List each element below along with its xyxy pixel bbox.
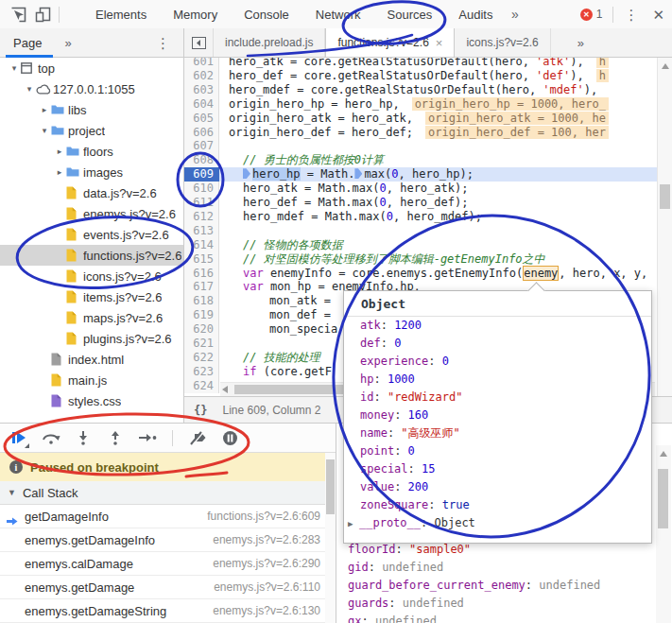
gutter-line-605[interactable]: 605 bbox=[184, 112, 219, 126]
panel-tab-audits[interactable]: Audits bbox=[457, 2, 494, 27]
gutter-line-612[interactable]: 612 bbox=[184, 210, 219, 224]
tree-item-top[interactable]: ▾top bbox=[0, 58, 183, 78]
panel-tabs-overflow-icon[interactable]: » bbox=[511, 7, 519, 22]
tree-item-plugins-js-v-2-6[interactable]: plugins.js?v=2.6 bbox=[0, 328, 183, 349]
gutter-line-603[interactable]: 603 bbox=[184, 83, 219, 97]
code-segment: 0 bbox=[380, 196, 387, 209]
continue-to-location-marker[interactable] bbox=[243, 168, 250, 179]
scrollbar-thumb[interactable] bbox=[326, 459, 335, 514]
editor-tab-include-preload-js[interactable]: include.preload.js bbox=[214, 28, 325, 57]
gutter-line-601[interactable]: 601 bbox=[184, 58, 219, 69]
tree-item-floors[interactable]: ▸floors bbox=[0, 141, 183, 162]
call-stack-frame-enemys-getdamageinfo[interactable]: enemys.getDamageInfoenemys.js?v=2.6:283 bbox=[0, 528, 336, 552]
tree-item-maps-js-v-2-6[interactable]: maps.js?v=2.6 bbox=[0, 307, 183, 328]
gutter-line-608[interactable]: 608 bbox=[184, 153, 219, 167]
tree-item-127-0-0-1-1055[interactable]: ▾127.0.0.1:1055 bbox=[0, 78, 183, 99]
cloud-icon bbox=[36, 84, 51, 95]
chevron-right-icon[interactable]: ▸ bbox=[38, 105, 51, 114]
gutter-line-619[interactable]: 619 bbox=[184, 308, 219, 322]
navigator-tabs-overflow-icon[interactable]: » bbox=[64, 36, 71, 50]
gutter-line-604[interactable]: 604 bbox=[184, 97, 219, 112]
call-stack-frame-getdamageinfo[interactable]: getDamageInfofunctions.js?v=2.6:609 bbox=[0, 505, 336, 528]
tree-item-styles-css[interactable]: styles.css bbox=[0, 390, 183, 411]
scroll-left-icon[interactable] bbox=[222, 386, 228, 393]
callstack-scrollbar[interactable] bbox=[325, 453, 336, 623]
tree-item-main-js[interactable]: main.js bbox=[0, 370, 183, 390]
gutter-line-617[interactable]: 617 bbox=[184, 280, 219, 294]
scrollbar-thumb[interactable] bbox=[658, 469, 668, 528]
tree-item-items-js-v-2-6[interactable]: items.js?v=2.6 bbox=[0, 286, 183, 307]
inspect-element-icon[interactable] bbox=[6, 4, 30, 25]
gutter-line-618[interactable]: 618 bbox=[184, 294, 219, 308]
navigator-menu-icon[interactable]: ⋮ bbox=[156, 36, 170, 50]
prop-name: point bbox=[360, 444, 394, 458]
scroll-up-icon[interactable] bbox=[662, 63, 669, 69]
scope-scrollbar[interactable] bbox=[656, 445, 671, 623]
error-count-badge[interactable]: ✕ 1 bbox=[580, 8, 603, 21]
tree-item-images[interactable]: ▸images bbox=[0, 162, 183, 182]
panel-tab-network[interactable]: Network bbox=[314, 2, 363, 27]
devtools-close-icon[interactable]: ✕ bbox=[652, 8, 664, 22]
step-button[interactable] bbox=[136, 427, 159, 448]
panel-tab-console[interactable]: Console bbox=[242, 2, 291, 27]
call-stack-frame-enemys-caldamage[interactable]: enemys.calDamageenemys.js?v=2.6:290 bbox=[0, 552, 336, 576]
chevron-down-icon[interactable]: ▾ bbox=[23, 84, 36, 94]
editor-tab-functions-js-v-2-6[interactable]: functions.js?v=2.6× bbox=[325, 28, 455, 57]
panel-tab-memory[interactable]: Memory bbox=[171, 2, 219, 27]
resume-button[interactable] bbox=[8, 427, 30, 448]
scrollbar-thumb[interactable] bbox=[660, 184, 670, 209]
devtools-menu-icon[interactable]: ⋮ bbox=[624, 8, 638, 22]
editor-vertical-scrollbar[interactable] bbox=[657, 58, 672, 396]
step-out-button[interactable] bbox=[104, 427, 127, 448]
tree-item-project[interactable]: ▾project bbox=[0, 120, 183, 141]
step-into-button[interactable] bbox=[72, 427, 95, 448]
gutter-line-623[interactable]: 623 bbox=[184, 365, 219, 379]
pretty-print-icon[interactable]: {} bbox=[194, 404, 207, 417]
call-stack-frame-enemys-getdamagestring[interactable]: enemys.getDamageStringenemys.js?v=2.6:13… bbox=[0, 599, 336, 623]
gutter-line-624[interactable]: 624 bbox=[184, 379, 219, 393]
popup-prop-proto[interactable]: ▶__proto__: Object bbox=[344, 514, 651, 533]
expand-triangle-icon[interactable]: ▶ bbox=[348, 515, 359, 533]
chevron-right-icon[interactable]: ▸ bbox=[53, 147, 66, 156]
pause-on-exceptions-button[interactable] bbox=[218, 427, 241, 448]
gutter-line-620[interactable]: 620 bbox=[184, 322, 219, 337]
hide-navigator-icon[interactable] bbox=[184, 28, 214, 57]
tree-item-functions-js-v-2-6[interactable]: functions.js?v=2.6 bbox=[0, 245, 183, 266]
call-stack-header[interactable]: ▼ Call Stack bbox=[0, 481, 336, 505]
hovered-variable-enemy[interactable]: enemy bbox=[523, 266, 559, 281]
code-line-616: var enemyInfo = core.enemys.getEnemyInfo… bbox=[219, 267, 672, 281]
gutter-line-609[interactable]: 609 bbox=[184, 167, 219, 182]
call-stack-frame-enemys-getdamage[interactable]: enemys.getDamageenemys.js?v=2.6:110 bbox=[0, 576, 336, 599]
gutter-line-610[interactable]: 610 bbox=[184, 182, 219, 196]
tree-item-icons-js-v-2-6[interactable]: icons.js?v=2.6 bbox=[0, 266, 183, 286]
gutter-line-621[interactable]: 621 bbox=[184, 337, 219, 351]
gutter-line-622[interactable]: 622 bbox=[184, 351, 219, 365]
panel-tab-sources[interactable]: Sources bbox=[386, 2, 435, 27]
gutter-line-606[interactable]: 606 bbox=[184, 126, 219, 140]
tab-page[interactable]: Page bbox=[11, 29, 43, 57]
chevron-right-icon[interactable]: ▸ bbox=[53, 167, 66, 177]
scrollbar-thumb[interactable] bbox=[234, 385, 360, 394]
tree-item-enemys-js-v-2-6[interactable]: enemys.js?v=2.6 bbox=[0, 203, 183, 224]
deactivate-breakpoints-button[interactable] bbox=[186, 427, 209, 448]
gutter-line-616[interactable]: 616 bbox=[184, 267, 219, 281]
panel-tab-elements[interactable]: Elements bbox=[94, 2, 148, 27]
gutter-line-615[interactable]: 615 bbox=[184, 252, 219, 267]
continue-to-location-marker[interactable] bbox=[354, 168, 362, 179]
tree-item-libs[interactable]: ▸libs bbox=[0, 99, 183, 120]
tree-item-events-js-v-2-6[interactable]: events.js?v=2.6 bbox=[0, 224, 183, 245]
chevron-down-icon[interactable]: ▾ bbox=[8, 63, 21, 73]
tree-item-data-js-v-2-6[interactable]: data.js?v=2.6 bbox=[0, 182, 183, 203]
editor-tab-icons-js-v-2-6[interactable]: icons.js?v=2.6 bbox=[455, 28, 550, 57]
gutter-line-613[interactable]: 613 bbox=[184, 224, 219, 238]
gutter-line-602[interactable]: 602 bbox=[184, 69, 219, 83]
tab-close-icon[interactable]: × bbox=[436, 36, 443, 50]
device-toolbar-icon[interactable] bbox=[30, 4, 55, 25]
tree-item-index-html[interactable]: index.html bbox=[0, 349, 183, 370]
gutter-line-614[interactable]: 614 bbox=[184, 238, 219, 252]
gutter-line-611[interactable]: 611 bbox=[184, 196, 219, 210]
editor-tabs-overflow-icon[interactable]: » bbox=[568, 28, 594, 57]
chevron-down-icon[interactable]: ▾ bbox=[38, 126, 51, 135]
gutter-line-607[interactable]: 607 bbox=[184, 139, 219, 153]
step-over-button[interactable] bbox=[40, 427, 62, 448]
